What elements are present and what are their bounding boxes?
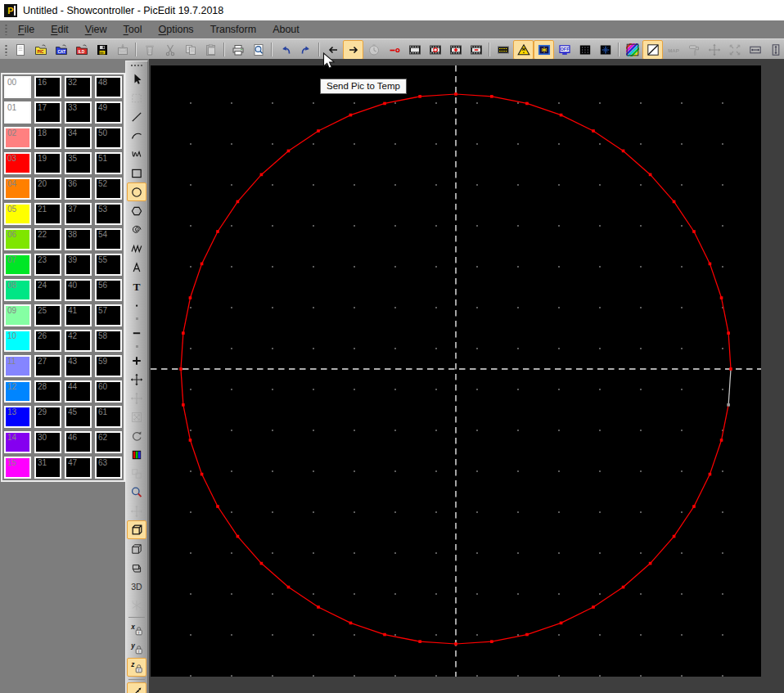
- circle-point[interactable]: [383, 102, 386, 106]
- circle-point[interactable]: [673, 200, 676, 204]
- circle-segment[interactable]: [492, 635, 527, 642]
- circle-segment[interactable]: [385, 97, 420, 104]
- circle-segment[interactable]: [492, 97, 527, 104]
- drawing-canvas[interactable]: [151, 65, 761, 677]
- palette-cell-44[interactable]: 44: [65, 380, 92, 403]
- circle-point[interactable]: [189, 439, 192, 442]
- prev-frame-button[interactable]: [322, 40, 343, 60]
- circle-point[interactable]: [201, 263, 204, 266]
- palette-cell-26[interactable]: 26: [34, 330, 61, 352]
- circle-point[interactable]: [560, 622, 563, 625]
- view-iso-tool-button[interactable]: [127, 539, 146, 558]
- test-grid-button[interactable]: [574, 40, 595, 60]
- undo-button[interactable]: [275, 40, 295, 60]
- color-gradient-button[interactable]: [622, 40, 642, 60]
- palette-cell-23[interactable]: 23: [34, 254, 61, 276]
- dmx-display-button[interactable]: [493, 40, 513, 60]
- menu-edit[interactable]: Edit: [43, 22, 77, 37]
- palette-cell-29[interactable]: 29: [34, 406, 61, 428]
- palette-cell-25[interactable]: 25: [34, 304, 61, 326]
- circle-point[interactable]: [592, 605, 595, 609]
- palette-cell-00[interactable]: 00: [4, 76, 31, 98]
- circle-point[interactable]: [720, 439, 723, 442]
- circle-segment[interactable]: [183, 405, 191, 440]
- palette-cell-51[interactable]: 51: [95, 152, 122, 174]
- view-side-tool-button[interactable]: [127, 558, 146, 577]
- circle-point[interactable]: [418, 95, 421, 98]
- palette-cell-43[interactable]: 43: [65, 355, 92, 377]
- freehand-tool-button[interactable]: [127, 145, 146, 164]
- circle-point[interactable]: [189, 296, 192, 299]
- palette-cell-60[interactable]: 60: [95, 380, 122, 403]
- palette-cell-35[interactable]: 35: [65, 152, 92, 174]
- redo-button[interactable]: [295, 40, 316, 60]
- palette-cell-14[interactable]: 14: [4, 431, 31, 453]
- circle-point[interactable]: [216, 505, 219, 508]
- circle-point[interactable]: [622, 150, 625, 153]
- circle-point[interactable]: [709, 263, 712, 266]
- palette-cell-42[interactable]: 42: [65, 330, 92, 352]
- palette-cell-04[interactable]: 04: [4, 178, 31, 200]
- lock-z-tool-button[interactable]: zT: [127, 658, 146, 677]
- circle-point[interactable]: [179, 367, 182, 371]
- print-preview-button[interactable]: [248, 40, 268, 60]
- circle-point[interactable]: [592, 129, 595, 133]
- laser-warning-button[interactable]: [513, 40, 534, 60]
- circle-segment[interactable]: [218, 201, 237, 232]
- circle-segment[interactable]: [593, 587, 624, 607]
- menubar-grip-handle[interactable]: [4, 24, 8, 35]
- palette-cell-13[interactable]: 13: [4, 406, 31, 428]
- palette-cell-57[interactable]: 57: [95, 304, 122, 326]
- circle-segment[interactable]: [218, 506, 237, 537]
- save-button[interactable]: [92, 40, 112, 60]
- circle-segment[interactable]: [350, 623, 385, 634]
- circle-segment[interactable]: [318, 607, 350, 623]
- palette-cell-47[interactable]: 47: [65, 457, 92, 479]
- menu-view[interactable]: View: [77, 22, 115, 37]
- circle-point[interactable]: [349, 114, 353, 117]
- select-tool-button[interactable]: [127, 70, 146, 88]
- palette-cell-58[interactable]: 58: [95, 330, 122, 352]
- circle-segment[interactable]: [624, 151, 651, 174]
- palette-cell-19[interactable]: 19: [34, 152, 61, 174]
- open-ild-button[interactable]: ILD: [71, 40, 92, 60]
- film-rotate-button[interactable]: [425, 40, 445, 60]
- circle-segment[interactable]: [710, 440, 721, 475]
- film-new-button[interactable]: [404, 40, 425, 60]
- circle-blank-segment[interactable]: [728, 369, 731, 405]
- circle-segment[interactable]: [181, 369, 183, 405]
- polygon-tool-button[interactable]: [127, 201, 146, 220]
- palette-cell-31[interactable]: 31: [34, 457, 61, 479]
- circle-point[interactable]: [649, 173, 652, 177]
- palette-cell-34[interactable]: 34: [65, 127, 92, 149]
- delete-point-button[interactable]: [384, 40, 404, 60]
- palette-cell-11[interactable]: 11: [4, 355, 31, 377]
- lock-x-tool-button[interactable]: xT: [127, 620, 146, 639]
- circle-point[interactable]: [525, 102, 529, 106]
- size-horizontal-button[interactable]: [745, 40, 765, 60]
- menu-tool[interactable]: Tool: [115, 22, 151, 37]
- circle-point[interactable]: [709, 473, 712, 476]
- circle-segment[interactable]: [350, 103, 385, 115]
- cross-tool-button[interactable]: [127, 351, 146, 370]
- text-tool-button[interactable]: T: [127, 277, 146, 295]
- circle-segment[interactable]: [624, 564, 651, 587]
- palette-cell-30[interactable]: 30: [34, 431, 61, 453]
- palette-cell-40[interactable]: 40: [65, 279, 92, 301]
- circle-point[interactable]: [454, 92, 457, 96]
- palette-cell-24[interactable]: 24: [34, 279, 61, 301]
- circle-segment[interactable]: [561, 607, 593, 623]
- palette-cell-03[interactable]: 03: [4, 152, 31, 174]
- palette-cell-08[interactable]: 08: [4, 279, 31, 301]
- menu-options[interactable]: Options: [151, 22, 202, 37]
- palette-cell-50[interactable]: 50: [95, 127, 122, 149]
- rotate-tool-button[interactable]: [127, 426, 146, 445]
- palette-cell-09[interactable]: 09: [4, 304, 31, 326]
- rgb-colors-tool-button[interactable]: [127, 445, 146, 464]
- circle-blank-point[interactable]: [727, 403, 730, 407]
- circle-segment[interactable]: [420, 94, 456, 97]
- spiral-tool-button[interactable]: [127, 220, 146, 239]
- circle-point[interactable]: [349, 622, 353, 625]
- palette-cell-62[interactable]: 62: [95, 431, 122, 453]
- circle-segment[interactable]: [202, 232, 218, 263]
